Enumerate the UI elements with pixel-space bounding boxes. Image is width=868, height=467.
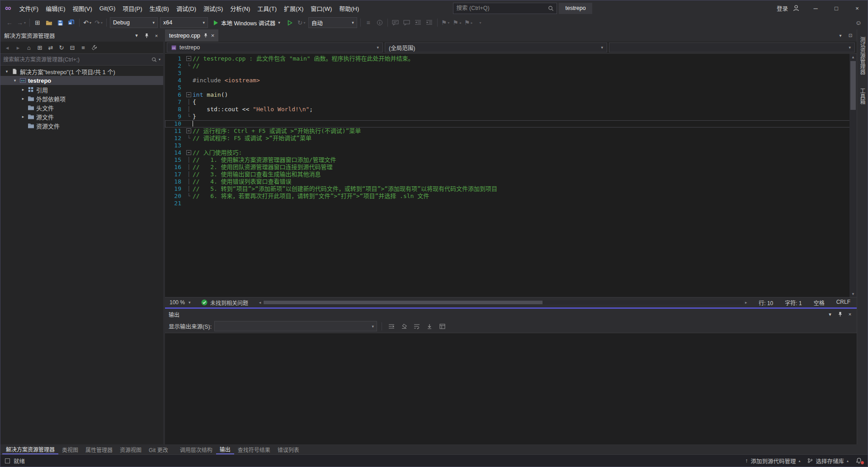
code-line[interactable]: 3: [165, 70, 857, 77]
sign-in-link[interactable]: 登录: [773, 4, 792, 13]
code-line[interactable]: 17│// 3. 使用输出窗口查看生成输出和其他消息: [165, 171, 857, 178]
menu-item[interactable]: 视图(V): [69, 0, 96, 16]
comment-button[interactable]: [390, 17, 401, 28]
vertical-scrollbar[interactable]: ▲ ▼: [849, 54, 857, 297]
line-indicator[interactable]: 行: 10: [759, 299, 773, 307]
solution-explorer-search-input[interactable]: [3, 57, 150, 63]
increase-indent-button[interactable]: [424, 17, 435, 28]
scroll-down-icon[interactable]: ▼: [849, 291, 857, 297]
code-line[interactable]: 19│// 5. 转到“项目”>“添加新项”以创建新的代码文件，或转到“项目”>…: [165, 185, 857, 193]
menu-item[interactable]: 工具(T): [254, 0, 280, 16]
eol-indicator[interactable]: CRLF: [836, 299, 850, 307]
close-button[interactable]: ×: [847, 0, 868, 16]
tree-item[interactable]: ▸源文件: [0, 112, 163, 121]
tree-item[interactable]: ▾解决方案"testrepo"(1 个项目/共 1 个): [0, 67, 163, 76]
scroll-left-icon[interactable]: ◂: [257, 300, 263, 305]
tree-item[interactable]: ▾++testrepo: [0, 76, 163, 85]
menu-item[interactable]: 测试(S): [200, 0, 226, 16]
start-without-debugging-button[interactable]: [285, 17, 296, 28]
code-line[interactable]: 15│// 1. 使用解决方案资源管理器窗口添加/管理文件: [165, 156, 857, 164]
open-file-button[interactable]: [43, 17, 54, 28]
save-all-button[interactable]: [66, 17, 77, 28]
tree-item[interactable]: 头文件: [0, 103, 163, 112]
se-collapse-all-icon[interactable]: ⊟: [67, 42, 77, 52]
solution-badge[interactable]: testrepo: [559, 3, 592, 14]
maximize-button[interactable]: □: [826, 0, 847, 16]
start-debugging-button[interactable]: 本地 Windows 调试器 ▾: [210, 17, 283, 28]
window-options-icon[interactable]: ⊡: [846, 31, 855, 40]
word-wrap-icon[interactable]: [412, 321, 422, 331]
side-auto-hide-tab[interactable]: 工具箱: [859, 86, 866, 106]
dock-tab[interactable]: 查找符号结果: [234, 444, 274, 454]
expander-icon[interactable]: ▾: [3, 69, 10, 74]
dock-tab[interactable]: 资源视图: [116, 444, 145, 454]
fold-collapse-icon[interactable]: −: [185, 55, 193, 62]
configuration-select[interactable]: Debug▾: [110, 17, 158, 28]
column-indicator[interactable]: 字符: 1: [785, 299, 802, 307]
toggle-output-panes-icon[interactable]: [437, 321, 447, 331]
toggle-bookmark-button[interactable]: ⚑▾: [440, 17, 451, 28]
se-back-icon[interactable]: ◂: [2, 42, 12, 52]
se-show-all-files-icon[interactable]: ≡: [78, 42, 88, 52]
tree-item[interactable]: 资源文件: [0, 121, 163, 130]
code-line[interactable]: 8│ std::cout << "Hello World!\n";: [165, 106, 857, 113]
menu-item[interactable]: 生成(B): [146, 0, 173, 16]
code-line[interactable]: 18│// 4. 使用错误列表窗口查看错误: [165, 178, 857, 185]
menu-item[interactable]: 窗口(W): [307, 0, 335, 16]
nav-forward-button[interactable]: →▾: [15, 17, 27, 28]
se-forward-icon[interactable]: ▸: [13, 42, 23, 52]
code-line[interactable]: 13: [165, 142, 857, 149]
pin-icon[interactable]: [142, 31, 151, 40]
expander-icon[interactable]: ▾: [11, 78, 19, 83]
quick-info-icon[interactable]: [374, 17, 385, 28]
fold-collapse-icon[interactable]: −: [185, 149, 193, 156]
dock-tab[interactable]: 错误列表: [274, 444, 303, 454]
platform-select[interactable]: x64▾: [160, 17, 208, 28]
spaces-indicator[interactable]: 空格: [814, 299, 825, 307]
expander-icon[interactable]: ▸: [19, 114, 27, 119]
code-line[interactable]: 16│// 2. 使用团队资源管理器窗口连接到源代码管理: [165, 164, 857, 171]
add-to-source-control-button[interactable]: ↑ 添加到源代码管理 ▴: [745, 457, 800, 465]
se-sync-icon[interactable]: ⇄: [46, 42, 56, 52]
pin-icon[interactable]: [203, 33, 208, 38]
code-editor[interactable]: 1−// testrepo.cpp : 此文件包含 "main" 函数。程序执行…: [165, 54, 857, 297]
dock-tab[interactable]: 解决方案资源管理器: [2, 444, 58, 454]
se-switch-views-icon[interactable]: ⊞: [35, 42, 45, 52]
close-icon[interactable]: ×: [151, 31, 161, 40]
document-tab-active[interactable]: testrepo.cpp ×: [165, 29, 218, 42]
menu-item[interactable]: 帮助(H): [335, 0, 363, 16]
chevron-down-icon[interactable]: ▾: [132, 31, 142, 40]
code-line[interactable]: 10: [165, 120, 857, 127]
scroll-up-icon[interactable]: ▲: [849, 54, 857, 60]
clear-all-icon[interactable]: [399, 321, 409, 331]
tree-item[interactable]: ▸外部依赖项: [0, 94, 163, 103]
dock-tab[interactable]: Git 更改: [145, 444, 172, 454]
expander-icon[interactable]: ▸: [19, 87, 27, 92]
previous-bookmark-button[interactable]: ⚑◂: [451, 17, 462, 28]
menu-item[interactable]: 项目(P): [119, 0, 146, 16]
menu-item[interactable]: 调试(D): [173, 0, 200, 16]
tree-item[interactable]: ▸引用: [0, 85, 163, 94]
chevron-down-icon[interactable]: ▾: [159, 57, 160, 61]
output-source-select[interactable]: ▾: [214, 321, 377, 331]
dock-tab[interactable]: 类视图: [58, 444, 82, 454]
code-line[interactable]: 12└// 调试程序: F5 或调试 >“开始调试”菜单: [165, 135, 857, 142]
next-bookmark-button[interactable]: ⚑▸: [463, 17, 474, 28]
code-line[interactable]: 1−// testrepo.cpp : 此文件包含 "main" 函数。程序执行…: [165, 55, 857, 62]
toolbar-overflow-icon[interactable]: ▾: [474, 17, 485, 28]
member-list-icon[interactable]: ≡: [363, 17, 374, 28]
background-tasks-icon[interactable]: [5, 458, 10, 463]
code-line[interactable]: 20└// 6. 将来，若要再次打开此项目，请转到“文件”>“打开”>“项目”并…: [165, 193, 857, 200]
document-health[interactable]: 未找到相关问题: [198, 299, 251, 307]
minimize-button[interactable]: ─: [805, 0, 826, 16]
undo-button[interactable]: ↶▾: [82, 17, 93, 28]
uncomment-button[interactable]: [401, 17, 412, 28]
code-line[interactable]: 4#include <iostream>: [165, 77, 857, 84]
feedback-button[interactable]: ☺: [853, 17, 864, 28]
code-line[interactable]: 7│{: [165, 99, 857, 106]
autoscroll-icon[interactable]: [425, 321, 434, 331]
code-line[interactable]: 11−// 运行程序: Ctrl + F5 或调试 >“开始执行(不调试)”菜单: [165, 127, 857, 135]
output-content[interactable]: [165, 333, 857, 444]
nav-back-button[interactable]: ←: [4, 17, 15, 28]
se-properties-icon[interactable]: [89, 42, 99, 52]
